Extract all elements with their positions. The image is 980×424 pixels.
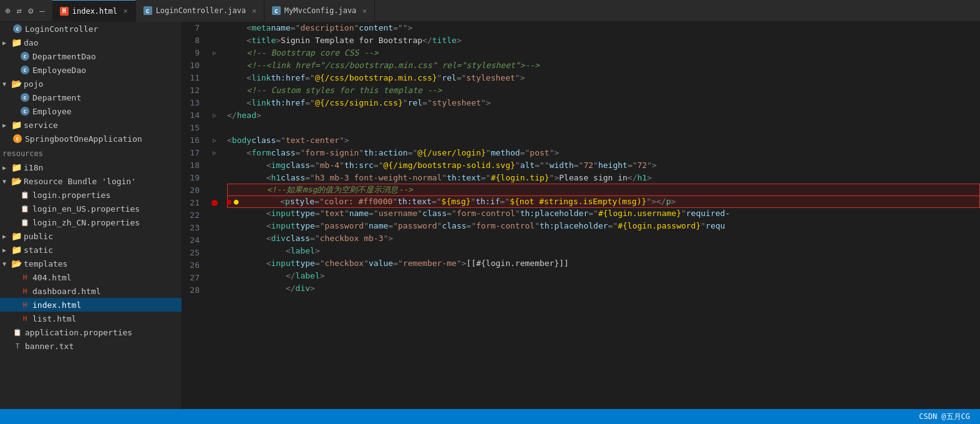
sidebar-item-public[interactable]: ▶ 📁 public	[0, 229, 182, 243]
split-icon[interactable]: ⇄	[16, 6, 21, 16]
sidebar-label: Resource Bundle 'login'	[24, 177, 136, 186]
gutter-line-10	[207, 59, 222, 72]
gutter-line-13	[207, 97, 222, 109]
sidebar-item-department-dao[interactable]: c DepartmentDao	[0, 49, 182, 63]
sidebar-item-list[interactable]: H list.html	[0, 312, 182, 325]
sidebar-item-index-html[interactable]: H index.html	[0, 298, 182, 312]
html-file-icon: H	[20, 313, 30, 323]
html-file-icon: H	[20, 272, 30, 282]
sidebar-item-springboot-app[interactable]: c SpringbootOneApplication	[0, 132, 182, 145]
tab-login-controller[interactable]: c LoginController.java ✕	[136, 0, 264, 22]
gutter-line-8	[207, 34, 222, 47]
gutter-line-18	[207, 159, 222, 172]
tab-mymvc-config[interactable]: c MyMvcConfig.java ✕	[264, 0, 375, 22]
code-line-28: </div>	[227, 282, 980, 295]
sidebar-item-templates[interactable]: ▼ 📂 templates	[0, 257, 182, 270]
fold-icon[interactable]: ▷	[213, 47, 216, 59]
folder-arrow-icon: ▼	[2, 260, 10, 267]
sidebar-item-static[interactable]: ▶ 📁 static	[0, 243, 182, 257]
sidebar-label: list.html	[32, 314, 76, 323]
watermark-text: CSDN @五月CG	[919, 412, 970, 422]
sidebar-item-department[interactable]: c Department	[0, 91, 182, 104]
class-icon: c	[12, 24, 22, 34]
tab-bar: ⊕ ⇄ ⚙ — H index.html ✕ c LoginController…	[0, 0, 980, 22]
tab-index-html[interactable]: H index.html ✕	[52, 0, 136, 22]
sidebar-label: dashboard.html	[32, 287, 101, 296]
code-line-11: <link th:href="@{/css/bootstrap.min.css}…	[227, 72, 980, 84]
sidebar-label: banner.txt	[25, 342, 74, 351]
settings-icon[interactable]: ⚙	[28, 6, 33, 16]
code-line-25: <label>	[227, 245, 980, 257]
sidebar-item-404[interactable]: H 404.html	[0, 270, 182, 284]
fold-icon[interactable]: ▷	[213, 109, 216, 122]
gutter-line-11	[207, 72, 222, 84]
folder-arrow-icon: ▼	[2, 178, 10, 185]
code-line-12: <!-- Custom styles for this template -->	[227, 84, 980, 97]
breakpoint-icon[interactable]	[211, 200, 218, 206]
sidebar-label: dao	[24, 38, 38, 47]
code-line-10: <!--<link href="/css/bootstrap.min.css" …	[227, 59, 980, 72]
sidebar-item-employee[interactable]: c Employee	[0, 104, 182, 118]
code-line-26: <input type="checkbox" value="remember-m…	[227, 257, 980, 270]
sidebar-item-banner[interactable]: T banner.txt	[0, 339, 182, 353]
sidebar-item-login-en-props[interactable]: 📋 login_en_US.properties	[0, 202, 182, 215]
sidebar-item-app-props[interactable]: 📋 application.properties	[0, 325, 182, 339]
gutter: ▷ ▷ ▷ ▷	[207, 22, 222, 409]
class-icon: c	[20, 65, 30, 75]
folder-icon: 📁	[11, 120, 21, 130]
section-label: resources	[2, 149, 43, 158]
tab-label: LoginController.java	[156, 6, 246, 15]
gutter-line-20	[207, 184, 222, 197]
sidebar-item-dashboard[interactable]: H dashboard.html	[0, 284, 182, 298]
code-line-14: </head>	[227, 109, 980, 122]
code-line-18: <img class="mb-4" th:src="@{/img/bootstr…	[227, 159, 980, 172]
sidebar: c LoginController ▶ 📁 dao c DepartmentDa…	[0, 22, 182, 409]
fold-icon[interactable]: ▷	[213, 147, 216, 159]
prop-icon: 📋	[12, 327, 22, 337]
sidebar-item-login-zh-props[interactable]: 📋 login_zh_CN.properties	[0, 215, 182, 229]
sidebar-label: 404.html	[32, 273, 72, 282]
folder-arrow-icon: ▶	[2, 164, 10, 171]
sidebar-item-login-props[interactable]: 📋 login.properties	[0, 188, 182, 202]
sidebar-label: application.properties	[25, 328, 132, 337]
sidebar-item-login-controller[interactable]: c LoginController	[0, 22, 182, 36]
sidebar-item-resource-bundle[interactable]: ▼ 📂 Resource Bundle 'login'	[0, 174, 182, 188]
sidebar-label: pojo	[24, 79, 43, 89]
folder-open-icon: 📂	[11, 259, 21, 269]
code-line-21: ● ● <p style="color: #ff0000" th:text="$…	[227, 195, 980, 208]
minimize-icon[interactable]: —	[39, 6, 44, 16]
gutter-line-21	[207, 197, 222, 209]
sidebar-label: static	[24, 245, 53, 255]
folder-icon: 📁	[11, 162, 21, 172]
text-file-icon: T	[12, 341, 22, 351]
sidebar-item-service[interactable]: ▶ 📁 service	[0, 118, 182, 132]
sidebar-item-dao[interactable]: ▶ 📁 dao	[0, 36, 182, 49]
folder-icon: 📁	[11, 245, 21, 255]
class-icon: c	[20, 106, 30, 116]
sidebar-label: service	[24, 121, 58, 130]
tab-close-icon[interactable]: ✕	[124, 7, 128, 15]
sidebar-label: i18n	[24, 163, 43, 172]
code-line-13: <link th:href="@{/css/signin.css}" rel="…	[227, 97, 980, 109]
sidebar-label: login.properties	[32, 190, 110, 200]
folder-arrow-icon: ▶	[2, 247, 10, 254]
code-line-27: </label>	[227, 270, 980, 282]
tab-label: index.html	[72, 7, 117, 16]
code-line-8: <title>Signin Template for Bootstrap</ti…	[227, 34, 980, 47]
sidebar-label: SpringbootOneApplication	[25, 134, 142, 144]
code-content[interactable]: <meta name="description" content=""> <ti…	[222, 22, 980, 409]
code-line-17: <form class="form-signin" th:action="@{/…	[227, 147, 980, 159]
folder-arrow-icon: ▶	[2, 233, 10, 240]
fold-icon[interactable]: ▷	[213, 134, 216, 147]
sidebar-label: LoginController	[25, 24, 98, 34]
sidebar-label: DepartmentDao	[32, 52, 96, 61]
tab-close-icon[interactable]: ✕	[252, 7, 256, 15]
folder-arrow-icon: ▶	[2, 122, 10, 129]
sidebar-label: index.html	[32, 300, 81, 310]
nav-icon[interactable]: ⊕	[5, 6, 10, 16]
sidebar-item-employee-dao[interactable]: c EmployeeDao	[0, 63, 182, 77]
tab-close-icon[interactable]: ✕	[362, 7, 367, 15]
sidebar-item-pojo[interactable]: ▼ 📂 pojo	[0, 77, 182, 91]
code-container[interactable]: 7 8 9 10 11 12 13 14 15 16 17 18 19 20 2…	[182, 22, 980, 409]
sidebar-item-i18n[interactable]: ▶ 📁 i18n	[0, 160, 182, 174]
